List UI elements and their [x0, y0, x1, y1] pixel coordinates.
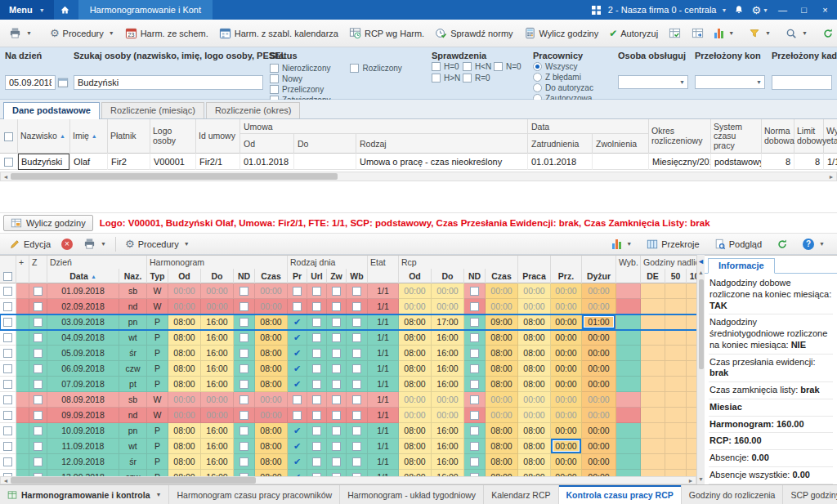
- cell-z[interactable]: [29, 470, 47, 476]
- cell-typ[interactable]: P: [147, 423, 168, 439]
- cell-h_od[interactable]: 00:00: [168, 392, 201, 408]
- select-all-checkbox[interactable]: [3, 272, 12, 281]
- checkbox[interactable]: [470, 380, 479, 389]
- cell-p50[interactable]: [665, 314, 687, 330]
- cell-z[interactable]: [29, 346, 47, 361]
- cell-h_czas[interactable]: 08:00: [255, 330, 288, 346]
- cell-date[interactable]: 08.09.2018: [47, 392, 119, 408]
- cell-r_nd[interactable]: [464, 377, 486, 392]
- cell-h_czas[interactable]: 08:00: [255, 454, 288, 470]
- checkbox[interactable]: [239, 287, 248, 296]
- pracownicy-option[interactable]: Do autoryzac: [533, 83, 593, 92]
- cell-h_od[interactable]: 08:00: [168, 346, 201, 361]
- cell-zw[interactable]: [327, 299, 347, 314]
- checkbox[interactable]: [293, 287, 302, 296]
- cell-dyzur[interactable]: 00:00: [582, 470, 616, 476]
- cell-dyzur[interactable]: 00:00: [582, 299, 616, 314]
- cell-naz[interactable]: pn: [119, 423, 147, 439]
- pracownicy-option[interactable]: Wszyscy: [533, 62, 593, 71]
- cell-typ[interactable]: P: [147, 439, 168, 454]
- checkbox[interactable]: [3, 380, 12, 389]
- checkbox[interactable]: [3, 442, 12, 451]
- cell-de[interactable]: [641, 283, 665, 299]
- cell-r_czas[interactable]: 08:00: [486, 330, 518, 346]
- cell-p100[interactable]: [687, 470, 696, 476]
- schedule-row[interactable]: 05.09.2018śrP08:0016:0008:00✔1/108:0016:…: [0, 346, 696, 361]
- grid2-col-header[interactable]: [29, 269, 47, 283]
- grid1-cell[interactable]: podstawowy: [711, 154, 762, 170]
- cell-sel[interactable]: [0, 423, 16, 439]
- rcp-wg-harm-button[interactable]: RCP wg Harm.: [344, 25, 429, 42]
- grid2-col-header[interactable]: [0, 269, 16, 283]
- cell-wb[interactable]: [347, 330, 368, 346]
- grid1-cell[interactable]: 01.01.2018: [240, 154, 294, 170]
- cell-etat[interactable]: 1/1: [368, 439, 399, 454]
- cell-r_od[interactable]: 08:00: [399, 439, 432, 454]
- tab-rozliczenie-miesi-c-[interactable]: Rozliczenie (miesiąc): [101, 102, 204, 118]
- cell-dyzur[interactable]: 00:00: [582, 377, 616, 392]
- cell-etat[interactable]: 1/1: [368, 299, 399, 314]
- grid2-col-header[interactable]: Zw: [327, 269, 347, 283]
- checkbox[interactable]: [3, 426, 12, 435]
- checkbox[interactable]: [332, 302, 341, 311]
- checkbox[interactable]: [34, 318, 43, 327]
- cell-praca[interactable]: 00:00: [518, 299, 551, 314]
- checkbox[interactable]: [239, 333, 248, 342]
- select-all-checkbox[interactable]: [4, 132, 13, 141]
- grid1-col-header[interactable]: Rodzaj: [356, 134, 528, 154]
- cell-h_nd[interactable]: [234, 423, 255, 439]
- cell-r_nd[interactable]: [464, 330, 486, 346]
- cell-r_do[interactable]: 16:00: [432, 439, 464, 454]
- cell-pr[interactable]: [288, 408, 307, 423]
- cell-naz[interactable]: pt: [119, 377, 147, 392]
- cell-de[interactable]: [641, 314, 665, 330]
- cell-p50[interactable]: [665, 346, 687, 361]
- cell-h_czas[interactable]: 08:00: [255, 346, 288, 361]
- cell-h_czas[interactable]: 00:00: [255, 408, 288, 423]
- cell-p100[interactable]: [687, 439, 696, 454]
- cell-p100[interactable]: [687, 454, 696, 470]
- checkbox[interactable]: [432, 62, 441, 71]
- cell-zw[interactable]: [327, 470, 347, 476]
- checkbox[interactable]: [312, 395, 321, 404]
- cell-p100[interactable]: [687, 314, 696, 330]
- cell-z[interactable]: [29, 423, 47, 439]
- cell-prz[interactable]: 00:00: [551, 299, 582, 314]
- cell-prz[interactable]: 00:00: [551, 283, 582, 299]
- grid1-cell[interactable]: 01.01.2018: [528, 154, 593, 170]
- cell-h_od[interactable]: 08:00: [168, 377, 201, 392]
- checkbox[interactable]: [352, 411, 361, 420]
- grid1-col-header[interactable]: System czasu pracy: [711, 119, 762, 154]
- company-selector[interactable]: 2 - Nasza firma 0 - centrala ▼: [608, 5, 727, 15]
- cell-typ[interactable]: P: [147, 470, 168, 476]
- cell-naz[interactable]: śr: [119, 454, 147, 470]
- cell-p100[interactable]: [687, 283, 696, 299]
- checkbox[interactable]: [352, 380, 361, 389]
- schedule-row[interactable]: 07.09.2018ptP08:0016:0008:00✔1/108:0016:…: [0, 377, 696, 392]
- grid1-cell[interactable]: Miesięczny/201: [649, 154, 711, 170]
- checkbox[interactable]: [332, 395, 341, 404]
- cell-h_od[interactable]: 08:00: [168, 361, 201, 377]
- cell-url[interactable]: [307, 346, 327, 361]
- cell-r_od[interactable]: 08:00: [399, 377, 432, 392]
- cell-plus[interactable]: [16, 408, 29, 423]
- cell-wyb[interactable]: [616, 314, 641, 330]
- cell-praca[interactable]: 08:00: [518, 470, 551, 476]
- checkbox[interactable]: [239, 411, 248, 420]
- grid1-col-header[interactable]: Id umowy: [196, 119, 240, 154]
- procedures-button[interactable]: ⚙ Procedury ▼: [45, 25, 119, 41]
- grid1-col-header[interactable]: Norma dobowa: [762, 119, 794, 154]
- cell-pr[interactable]: [288, 283, 307, 299]
- cell-plus[interactable]: [16, 423, 29, 439]
- cell-plus[interactable]: [16, 470, 29, 476]
- cell-url[interactable]: [307, 361, 327, 377]
- cell-url[interactable]: [307, 330, 327, 346]
- cell-typ[interactable]: P: [147, 314, 168, 330]
- help2-button[interactable]: ?▼: [798, 236, 830, 252]
- cell-r_nd[interactable]: [464, 423, 486, 439]
- scroll-down-icon[interactable]: ▼: [698, 475, 704, 484]
- cell-etat[interactable]: 1/1: [368, 392, 399, 408]
- checkbox[interactable]: [332, 411, 341, 420]
- scroll-left-icon[interactable]: ◄: [1, 478, 11, 484]
- cell-r_do[interactable]: 16:00: [432, 470, 464, 476]
